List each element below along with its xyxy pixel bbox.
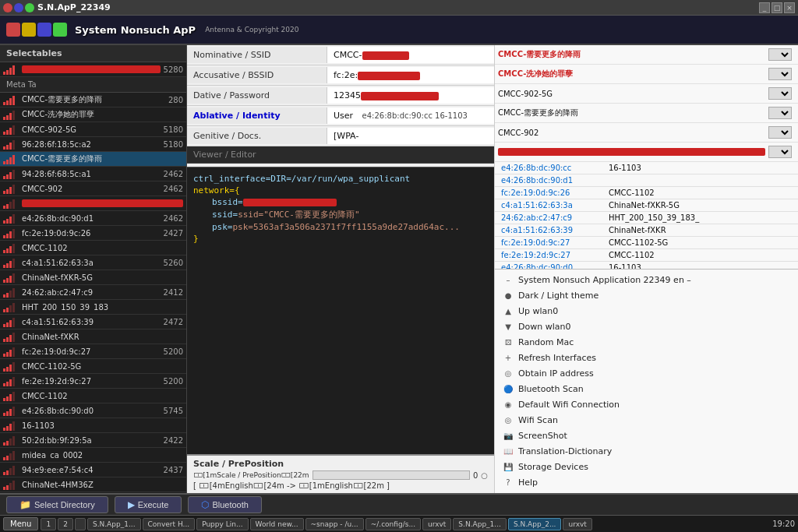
dropdown-item[interactable]: ◉Default Wifi Connection bbox=[495, 397, 798, 413]
taskbar-item[interactable]: World new... bbox=[250, 518, 304, 530]
dropdown-item[interactable]: ▲Up wlan0 bbox=[495, 304, 798, 319]
selectable-item[interactable]: 5280 bbox=[0, 62, 186, 77]
dropdown-item[interactable]: ⚄Random Mac bbox=[495, 335, 798, 351]
item-name-text: 50:2d:bb:9f:29:5a bbox=[22, 436, 161, 445]
right-top-item[interactable]: e4:26:8b:dc:90:d1 bbox=[495, 174, 798, 187]
dropdown-item[interactable]: ◎Wifi Scan bbox=[495, 413, 798, 428]
editor-area[interactable]: ctrl_interface=DIR=/var/run/wpa_supplica… bbox=[187, 167, 494, 454]
dropdown-item[interactable]: ✕Quit bbox=[495, 491, 798, 494]
selectable-item[interactable]: CMCC-9022462 bbox=[0, 181, 186, 196]
right-select-2[interactable] bbox=[768, 68, 792, 80]
selectable-item[interactable]: c4:a1:51:62:63:3a5260 bbox=[0, 255, 186, 270]
selectable-item[interactable]: CMCC-需要更多的降雨280 bbox=[0, 93, 186, 107]
selectable-item[interactable]: e4:26:8b:dc:90:d05745 bbox=[0, 403, 186, 418]
select-dir-button[interactable]: 📁 Select Directory bbox=[6, 496, 108, 513]
dropdown-item[interactable]: 📖Translation-Dictionary bbox=[495, 444, 798, 460]
taskbar-item[interactable]: Convert H... bbox=[143, 518, 196, 530]
title-bar-controls[interactable]: _ □ × bbox=[759, 2, 795, 13]
selectable-item[interactable]: midea_ca_0002 bbox=[0, 448, 186, 463]
dropdown-item-icon: ▲ bbox=[503, 306, 514, 317]
selectable-item[interactable]: ChinaNet-fXKR bbox=[0, 329, 186, 344]
item-count: 5200 bbox=[164, 347, 183, 356]
taskbar-item[interactable]: ~snapp - /u... bbox=[305, 518, 364, 530]
ablative-user: User bbox=[334, 111, 353, 121]
close-button[interactable]: × bbox=[784, 2, 795, 13]
selectable-item[interactable]: fc:2e:19:0d:9c:262427 bbox=[0, 226, 186, 241]
selectable-item[interactable]: CMCC-1102 bbox=[0, 241, 186, 255]
execute-button[interactable]: ▶ Execute bbox=[115, 496, 182, 513]
editor-network-close: } bbox=[193, 234, 488, 244]
right-top-item[interactable]: c4:a1:51:62:63:3aChinaNet-fXKR-5G bbox=[495, 199, 798, 212]
bottom-bar: 📁 Select Directory ▶ Execute ⬡ Bluetooth bbox=[0, 493, 798, 515]
selectable-item[interactable]: 96:28:6f:18:5c:a25180 bbox=[0, 137, 186, 152]
selectable-item[interactable]: 94:28:6f:68:5c:a12462 bbox=[0, 167, 186, 181]
dropdown-item[interactable]: 💾Storage Devices bbox=[495, 460, 798, 475]
selectable-item[interactable]: CMCC-洗净她的罪孽 bbox=[0, 107, 186, 122]
right-top-item[interactable]: fe:2e:19:2d:9c:27CMCC-1102 bbox=[495, 249, 798, 262]
item-name-text: fe:2e:19:2d:9c:27 bbox=[22, 377, 161, 386]
right-top-item[interactable]: 24:62:ab:c2:47:c9HHT_200_150_39_183_ bbox=[495, 212, 798, 224]
taskbar-item[interactable] bbox=[75, 518, 86, 530]
right-select-5[interactable] bbox=[768, 126, 792, 139]
editor-psk-line: psk=psk=5363af3a506a2371f7ff1155a9de27ad… bbox=[193, 222, 488, 232]
right-select-6[interactable] bbox=[768, 146, 792, 158]
item-name-group: midea_ca_0002 bbox=[22, 451, 183, 460]
right-select-1[interactable] bbox=[768, 48, 792, 61]
dropdown-item-icon: ◎ bbox=[503, 368, 514, 379]
genitive-row: Genitive / Docs. [WPA- bbox=[187, 126, 494, 146]
right-top-item[interactable]: fc:2e:19:0d:9c:27CMCC-1102-5G bbox=[495, 237, 798, 249]
dropdown-item[interactable]: ?Help bbox=[495, 475, 798, 491]
selectable-item[interactable]: 94:e9:ee:e7:54:c42437 bbox=[0, 463, 186, 477]
taskbar-item[interactable]: S.N.App_1... bbox=[87, 518, 141, 530]
selectable-item[interactable]: fc:2e:19:0d:9c:275200 bbox=[0, 344, 186, 359]
taskbar-item[interactable]: urxvt bbox=[422, 518, 451, 530]
taskbar-item[interactable]: 1 bbox=[41, 518, 56, 530]
selectable-item[interactable]: 16-1103 bbox=[0, 418, 186, 433]
right-select-4[interactable] bbox=[768, 107, 792, 119]
right-top-item[interactable]: e4:26:8b:dc:90:d016-1103 bbox=[495, 262, 798, 270]
right-item-name: CMCC-1102 bbox=[609, 251, 792, 259]
selectable-item[interactable]: c4:a1:51:62:63:392472 bbox=[0, 315, 186, 329]
dropdown-item[interactable]: 🔵Bluetooth Scan bbox=[495, 382, 798, 397]
selectable-item[interactable]: e4:26:8b:dc:90:d12462 bbox=[0, 211, 186, 226]
right-top-item[interactable]: e4:26:8b:dc:90:cc16-1103 bbox=[495, 162, 798, 174]
selectable-item[interactable]: ChinaNet-4HM36Z bbox=[0, 477, 186, 492]
right-item-name: 16-1103 bbox=[609, 263, 792, 270]
dropdown-item[interactable]: 📷ScreenShot bbox=[495, 428, 798, 444]
right-top-item[interactable]: c4:a1:51:62:63:39ChinaNet-fXKR bbox=[495, 224, 798, 237]
selectable-item[interactable] bbox=[0, 196, 186, 211]
taskbar-menu-button[interactable]: Menu bbox=[3, 517, 38, 530]
selectable-item[interactable]: ChinaNet-fXKR-5G bbox=[0, 270, 186, 285]
item-name-text: ChinaNet-4HM36Z bbox=[22, 481, 183, 489]
selectable-item[interactable]: CMCC-需要更多的降雨 bbox=[0, 152, 186, 167]
item-count: 280 bbox=[168, 96, 183, 104]
selectable-item[interactable]: 24:62:ab:c2:47:c92412 bbox=[0, 285, 186, 300]
signal-bars bbox=[3, 124, 19, 135]
taskbar-item[interactable]: 2 bbox=[58, 518, 73, 530]
taskbar-item[interactable]: S.N.App_2... bbox=[508, 518, 562, 530]
bluetooth-button[interactable]: ⬡ Bluetooth bbox=[188, 496, 261, 513]
minimize-button[interactable]: _ bbox=[759, 2, 770, 13]
selectable-item[interactable]: HHT_200_150_39_183_ bbox=[0, 300, 186, 315]
dropdown-item[interactable]: –System Nonsuch Application 22349 en – bbox=[495, 273, 798, 288]
dropdown-item[interactable]: ◎Obtain IP address bbox=[495, 366, 798, 382]
selectable-item[interactable]: fe:2e:19:2d:9c:275200 bbox=[0, 374, 186, 389]
maximize-button[interactable]: □ bbox=[772, 2, 782, 13]
selectable-item[interactable]: CMCC-1102-5G bbox=[0, 359, 186, 374]
dropdown-item[interactable]: +Refresh Interfaces bbox=[495, 351, 798, 366]
right-top-item[interactable]: fc:2e:19:0d:9c:26CMCC-1102 bbox=[495, 187, 798, 199]
app-logo: System Nonsuch ApP Antenna & Copyright 2… bbox=[6, 23, 298, 37]
selectable-item[interactable]: CMCC-902-5G5180 bbox=[0, 122, 186, 137]
item-name-group: CMCC-1102-5G bbox=[22, 362, 183, 371]
selectable-item[interactable]: 50:2d:bb:9f:29:5a2422 bbox=[0, 433, 186, 448]
taskbar-item[interactable]: urxvt bbox=[563, 518, 591, 530]
dropdown-item[interactable]: ▼Down wlan0 bbox=[495, 319, 798, 335]
dropdown-item[interactable]: ●Dark / Light theme bbox=[495, 288, 798, 304]
taskbar-item[interactable]: ~/.config/s... bbox=[365, 518, 421, 530]
item-name-text: CMCC-902-5G bbox=[22, 125, 161, 134]
selectable-item[interactable]: CMCC-1102 bbox=[0, 389, 186, 403]
taskbar-item[interactable]: S.N.App_1... bbox=[453, 518, 507, 530]
dropdown-item-icon: – bbox=[503, 275, 514, 286]
taskbar-item[interactable]: Puppy Lin... bbox=[196, 518, 248, 530]
right-select-3[interactable] bbox=[768, 87, 792, 100]
